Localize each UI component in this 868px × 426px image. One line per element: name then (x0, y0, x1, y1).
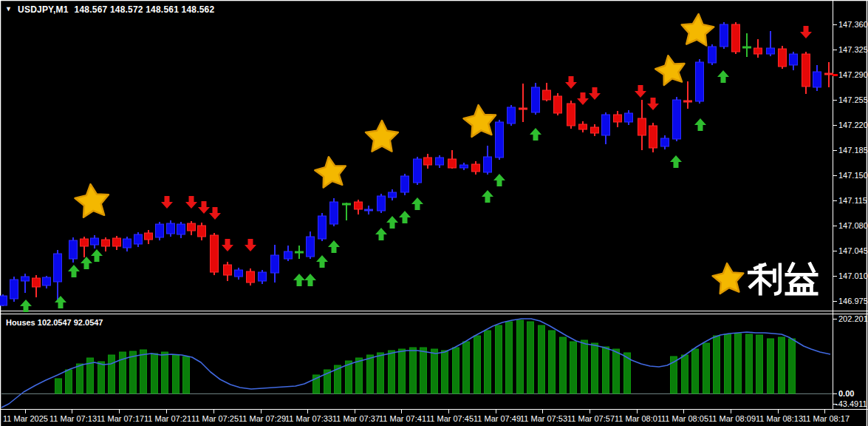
bull-candle (720, 24, 728, 47)
histogram-bar (410, 348, 417, 393)
price-axis-label: 147.150 (838, 171, 868, 180)
bull-candle (123, 239, 131, 248)
chart-title: ▼ USDJPY,M1 148.567 148.572 148.561 148.… (5, 4, 214, 15)
bull-candle (43, 277, 51, 285)
bear-candle (614, 115, 622, 122)
profit-glyph-ri (748, 262, 782, 297)
sell-arrow-icon (800, 26, 812, 38)
histogram-bar (570, 342, 577, 393)
bull-candle (54, 254, 62, 282)
price-axis-label: 147.185 (838, 146, 868, 155)
star-icon (713, 263, 744, 294)
bear-candle (81, 239, 89, 246)
bull-candle (318, 216, 327, 239)
bear-candle (424, 158, 432, 165)
bull-candle (673, 100, 681, 139)
bear-candle (638, 118, 646, 135)
histogram-bar (474, 336, 481, 393)
bull-candle (307, 237, 315, 257)
buy-arrow-icon (316, 255, 328, 268)
time-axis-label: 11 Mar 07:41 (379, 414, 426, 423)
histogram-bar (539, 325, 545, 393)
bull-candle (0, 296, 7, 305)
sell-arrow-icon (185, 196, 197, 209)
bull-candle (167, 223, 175, 234)
bear-candle (802, 54, 810, 87)
histogram-bar (173, 355, 180, 393)
bear-candle (732, 24, 740, 52)
indicator-axis-label: -43.4911 (835, 399, 867, 408)
bear-candle (247, 271, 255, 283)
histogram-bar (714, 336, 720, 393)
bear-candle (211, 235, 219, 272)
histogram-bar (162, 352, 168, 393)
bull-candle (401, 176, 409, 192)
bull-candle (10, 280, 18, 299)
histogram-bar (399, 349, 406, 393)
price-axis-label: 147.080 (838, 221, 868, 230)
buy-arrow-icon (694, 118, 706, 131)
buy-arrow-icon (91, 249, 103, 262)
chart-canvas[interactable] (0, 0, 868, 426)
indicator-name-label: Houses 102.0547 92.0547 (6, 318, 103, 327)
price-axis-label: 147.255 (838, 95, 868, 104)
candles (0, 22, 833, 306)
histogram-bar (485, 331, 491, 393)
bear-candle (554, 96, 562, 113)
chevron-down-icon[interactable]: ▼ (5, 5, 12, 13)
bear-candle (649, 126, 657, 148)
histogram-bar (746, 334, 753, 393)
bear-candle (448, 159, 457, 168)
bear-candle (779, 49, 787, 67)
histogram-bar (453, 348, 459, 393)
buy-arrow-icon (20, 300, 32, 312)
bear-candle (102, 240, 110, 246)
buy-arrow-icon (530, 128, 541, 141)
time-axis-label: 11 Mar 07:37 (332, 414, 380, 423)
time-axis-label: 11 Mar 08:17 (802, 414, 850, 423)
histogram-bar (66, 370, 72, 393)
sell-arrow-icon (245, 239, 256, 251)
bull-candle (661, 138, 669, 146)
bull-candle (235, 270, 243, 277)
time-axis-label: 11 Mar 08:13 (756, 414, 803, 423)
histogram-bar (581, 340, 588, 393)
bull-candle (134, 234, 143, 244)
sell-arrow-icon (647, 98, 659, 110)
bull-candle (21, 277, 30, 281)
histogram-bar (130, 351, 137, 393)
bull-candle (460, 165, 468, 168)
time-axis-label: 11 Mar 07:25 (191, 414, 239, 423)
bull-candle (177, 224, 185, 234)
histogram-bar (183, 356, 190, 393)
star-icon (366, 121, 398, 152)
histogram-bar (55, 379, 62, 393)
histogram-bar (140, 350, 147, 393)
histogram-bar (682, 355, 688, 393)
buy-arrow-icon (670, 155, 682, 168)
sell-arrow-icon (635, 85, 646, 98)
buy-arrow-icon (55, 296, 66, 308)
histogram-bar (367, 355, 374, 393)
symbol-period-label: USDJPY,M1 (18, 4, 69, 15)
histogram-bar (592, 343, 598, 393)
sell-arrow-icon (577, 92, 589, 105)
bull-candle (156, 224, 164, 237)
bull-candle (436, 158, 444, 165)
profit-glyph-eki (785, 262, 819, 297)
indicator-axis-label: 0.00 (838, 389, 854, 398)
star-icon (655, 55, 684, 85)
sell-arrow-icon (565, 76, 577, 89)
histogram-bar (789, 339, 796, 393)
bear-candle (754, 48, 762, 54)
sell-arrow-icon (209, 207, 221, 220)
sell-arrow-icon (198, 201, 210, 214)
time-axis-label: 11 Mar 07:13 (49, 414, 97, 423)
histogram-bar (527, 322, 534, 393)
bull-candle (767, 48, 775, 54)
bull-candle (696, 62, 704, 101)
time-axis-label: 11 Mar 07:29 (239, 414, 286, 423)
histogram-bar (779, 337, 785, 393)
buy-arrow-icon (328, 240, 340, 253)
bull-candle (330, 202, 338, 224)
